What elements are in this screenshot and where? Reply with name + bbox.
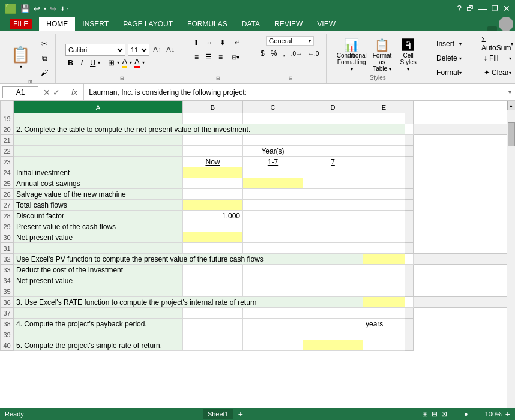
cell-empty[interactable] [363, 297, 405, 308]
merge-center-button[interactable]: ⊟▾ [229, 50, 242, 64]
cell-c[interactable] [243, 113, 303, 124]
paste-arrow[interactable]: ▾ [20, 64, 22, 70]
cell-d[interactable]: 7 [303, 157, 363, 167]
fill-color-button[interactable]: A [122, 57, 127, 68]
cell-b[interactable] [183, 200, 243, 211]
tab-formulas[interactable]: FORMULAS [180, 17, 235, 31]
clear-arrow[interactable]: ▾ [509, 70, 511, 76]
font-size-select[interactable]: 11 [128, 44, 149, 56]
cell-a[interactable]: Present value of the cash flows [14, 221, 183, 232]
restore-btn[interactable]: ❐ [492, 4, 498, 13]
format-arrow[interactable]: ▾ [459, 70, 462, 76]
cell-b[interactable] [183, 135, 243, 146]
border-button[interactable]: ⊞ [108, 58, 115, 67]
cell-b[interactable] [183, 319, 243, 329]
fill-arrow[interactable]: ▾ [509, 56, 511, 61]
autosum-button[interactable]: Σ AutoSum▾ [479, 37, 515, 50]
zoom-slider[interactable]: ——●—— [451, 410, 481, 418]
fill-color-arrow[interactable]: ▾ [130, 60, 132, 65]
cell-d[interactable] [303, 286, 363, 297]
cell-empty[interactable] [405, 124, 414, 135]
cell-a[interactable] [14, 113, 183, 124]
cell-d[interactable] [303, 265, 363, 275]
cell-c[interactable] [243, 308, 303, 319]
cell-d[interactable] [303, 243, 363, 254]
cell-b[interactable] [183, 178, 243, 189]
cell-b[interactable] [183, 275, 243, 286]
cell-styles-button[interactable]: 🅰 CellStyles ▾ [397, 37, 419, 74]
delete-arrow[interactable]: ▾ [459, 56, 462, 61]
cell-a[interactable]: Net present value [14, 232, 183, 243]
number-format-arrow[interactable]: ▾ [309, 38, 311, 44]
cell-c[interactable]: Year(s) [243, 146, 303, 157]
cell-d[interactable] [303, 189, 363, 200]
border-arrow[interactable]: ▾ [117, 60, 119, 65]
col-header-e[interactable]: E [363, 101, 405, 113]
cell-b[interactable] [183, 243, 243, 254]
quick-access-undo[interactable]: ↩ [34, 4, 40, 13]
cell-d[interactable] [303, 200, 363, 211]
font-color-button[interactable]: A [134, 57, 140, 68]
font-expand-icon[interactable]: ⊞ [120, 76, 124, 81]
cell-c[interactable] [243, 211, 303, 221]
cell-a[interactable] [14, 157, 183, 167]
normal-view-btn[interactable]: ⊞ [422, 410, 428, 418]
vertical-scrollbar[interactable]: ▲ [507, 101, 515, 408]
cell-e[interactable]: years [363, 319, 405, 329]
decrease-decimal-btn[interactable]: ←.0 [306, 47, 321, 60]
cell-a[interactable]: 4. Compute the project's payback period. [14, 319, 183, 329]
cell-a[interactable] [14, 243, 183, 254]
cell-b[interactable] [183, 113, 243, 124]
cell-c[interactable]: 1-7 [243, 157, 303, 167]
percent-button[interactable]: % [268, 47, 280, 60]
cell-c[interactable] [243, 275, 303, 286]
bold-button[interactable]: B [65, 58, 76, 67]
cell-c[interactable] [243, 189, 303, 200]
cell-a[interactable]: Total cash flows [14, 200, 183, 211]
col-header-c[interactable]: C [243, 101, 303, 113]
font-grow-icon[interactable]: A↑ [152, 46, 163, 54]
tab-page-layout[interactable]: PAGE LAYOUT [116, 17, 180, 31]
tab-review[interactable]: REVIEW [267, 17, 310, 31]
cell-d[interactable] [303, 178, 363, 189]
delete-cells-button[interactable]: Delete▾ [434, 52, 464, 65]
cell-a[interactable]: Discount factor [14, 211, 183, 221]
cell-a[interactable]: Annual cost savings [14, 178, 183, 189]
cell-e[interactable] [363, 221, 405, 232]
font-name-select[interactable]: Calibri [65, 44, 125, 56]
sheet-tab-1[interactable]: Sheet1 [203, 409, 233, 419]
cell-a[interactable]: Use Excel's PV function to compute the p… [14, 254, 363, 265]
scroll-thumb[interactable] [508, 122, 515, 146]
cell-e[interactable] [363, 308, 405, 319]
cell-d[interactable] [303, 135, 363, 146]
underline-arrow-icon[interactable]: ▾ [98, 60, 100, 65]
cell-c[interactable] [243, 167, 303, 178]
quick-access-redo[interactable]: ↪ [50, 4, 56, 13]
cell-e[interactable] [363, 157, 405, 167]
page-break-view-btn[interactable]: ⊠ [441, 410, 447, 418]
quick-access-save[interactable]: 💾 [20, 4, 30, 13]
cell-b[interactable]: 1.000 [183, 211, 243, 221]
cell-d[interactable] [303, 211, 363, 221]
col-header-a[interactable]: A [14, 101, 183, 113]
align-middle-button[interactable]: ↔ [203, 36, 215, 49]
cell-d[interactable] [303, 167, 363, 178]
cell-e[interactable] [363, 189, 405, 200]
cell-c[interactable] [243, 243, 303, 254]
col-header-d[interactable]: D [303, 101, 363, 113]
insert-cells-button[interactable]: Insert▾ [434, 37, 464, 50]
italic-button[interactable]: I [78, 58, 85, 67]
quick-access-customize[interactable]: ⬇ · [60, 5, 68, 12]
cell-a[interactable]: Salvage value of the new machine [14, 189, 183, 200]
cell-d[interactable] [303, 232, 363, 243]
cell-b[interactable] [183, 286, 243, 297]
format-painter-button[interactable]: 🖌 [38, 66, 50, 79]
add-sheet-button[interactable]: + [238, 409, 243, 419]
cell-a[interactable]: 2. Complete the table to compute the net… [14, 124, 405, 135]
cell-empty[interactable] [405, 254, 414, 265]
cell-empty[interactable] [405, 297, 414, 308]
cell-e[interactable] [363, 178, 405, 189]
cell-c[interactable] [243, 319, 303, 329]
cell-c[interactable] [243, 265, 303, 275]
cell-b[interactable] [183, 146, 243, 157]
